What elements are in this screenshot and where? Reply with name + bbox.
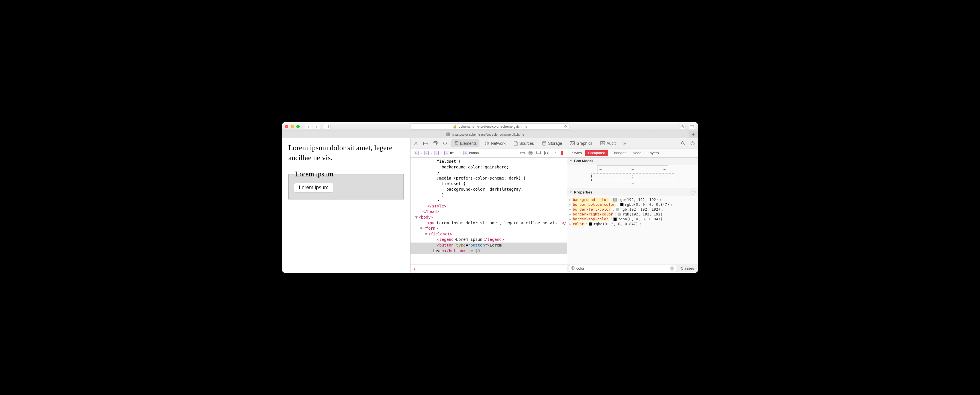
clear-filter-button[interactable]: ✕ [670,266,674,271]
element-badge-icon: E [434,151,439,155]
breadcrumb-item[interactable]: E [423,150,430,156]
sidebar-toggle-button[interactable] [323,124,331,129]
tab-storage[interactable]: Storage [539,139,565,147]
element-badge-icon: E [463,151,468,155]
page-form: Lorem ipsum Lorem ipsum [288,170,404,199]
tab-network[interactable]: Network [482,139,508,147]
chevron-right-icon: › [421,151,422,155]
close-window-button[interactable] [285,125,288,128]
tab-bar: C https://color-scheme-prefers-color-sch… [282,131,698,138]
devtools-panel: Elements Network Sources Storage Graphic… [410,138,698,273]
titlebar: ‹ › 🔒 color-scheme-prefers-color-scheme.… [282,122,698,131]
property-row[interactable]: ▶border-left-color: rgb(192, 192, 192); [569,207,696,212]
dom-line[interactable]: @media (prefers-color-scheme: dark) { [410,175,567,181]
box-model-header[interactable]: ▼ Box Model [567,158,698,164]
filter-icon [571,266,574,271]
dom-line[interactable]: ▼<body> [410,215,567,220]
paint-button[interactable] [552,150,557,156]
dom-line[interactable]: background-color: gainsboro; [410,164,567,170]
breadcrumb-item-button[interactable]: Ebutton [462,150,480,156]
reload-button[interactable]: ⟳ [564,124,567,129]
dom-line-selected[interactable]: ipsum</button> = $0 [410,248,567,254]
devtools-settings-button[interactable] [689,140,696,147]
share-button[interactable] [679,124,686,129]
color-swatch-icon[interactable] [618,213,621,216]
dom-tree[interactable]: fieldset { background-color: gainsboro; … [410,158,567,264]
dom-line[interactable]: } [410,170,567,175]
properties-menu-button[interactable]: ≡ [690,190,696,195]
tab-styles[interactable]: Styles [569,150,585,156]
rulers-button[interactable] [520,150,525,156]
dom-line[interactable]: <legend>Lorem ipsum</legend> [410,237,567,242]
disclosure-triangle-icon: ▶ [570,213,571,216]
page-legend: Lorem ipsum [294,170,334,178]
dom-line[interactable]: } [410,193,567,198]
color-swatch-icon[interactable] [613,217,617,221]
grid-button[interactable] [544,150,549,156]
dom-line[interactable]: </head> [410,209,567,215]
new-tab-button[interactable]: + [689,131,698,138]
color-swatch-icon[interactable] [613,198,617,201]
close-devtools-button[interactable] [412,140,420,147]
console-prompt[interactable]: › [410,264,567,273]
devtools-toolbar: Elements Network Sources Storage Graphic… [410,138,698,148]
search-devtools-button[interactable] [679,140,687,147]
dom-line[interactable]: background-color: darkslategray; [410,187,567,193]
box-model-outer: 2 [592,174,674,181]
breadcrumb-item[interactable]: E [412,150,420,156]
dock-side-button[interactable] [422,140,429,147]
tab-changes[interactable]: Changes [609,150,629,156]
dom-line[interactable]: </style> [410,204,567,209]
minimize-window-button[interactable] [291,125,294,128]
dom-line[interactable]: ▼<fieldset> [410,231,567,237]
tab-graphics[interactable]: Graphics [567,139,595,147]
property-row[interactable]: ▶border-top-color: rgba(0, 0, 0, 0.847); [569,217,696,221]
svg-rect-30 [547,151,549,153]
property-row[interactable]: ▶border-right-color: rgb(192, 192, 192); [569,212,696,217]
device-button[interactable] [536,150,541,156]
dom-line[interactable]: fieldset { [410,181,567,187]
page-button[interactable]: Lorem ipsum [294,183,333,193]
tab-audit[interactable]: Audit [597,139,619,147]
property-row[interactable]: ▶border-bottom-color: rgba(0, 0, 0, 0.84… [569,202,696,207]
classes-button[interactable]: Classes [679,265,696,271]
svg-rect-0 [325,125,329,128]
property-row[interactable]: ▶background-color: rgb(192, 192, 192); [569,197,696,202]
styles-tabs: Styles Computed Changes Node Layers [567,148,698,158]
element-badge-icon: E [444,151,449,155]
back-button[interactable]: ‹ [305,124,312,129]
tabs-overview-button[interactable] [689,124,695,129]
dock-popout-button[interactable] [431,140,439,147]
dom-line[interactable]: <p> Lorem ipsum dolor sit amet, legere a… [410,220,567,226]
color-swatch-icon[interactable] [589,222,592,226]
breadcrumb-item-fieldset[interactable]: Efiel… [443,150,460,156]
traffic-lights [285,125,300,128]
forward-button[interactable]: › [313,124,320,129]
compositing-button[interactable] [560,150,565,156]
print-button[interactable] [528,150,533,156]
svg-point-22 [692,142,693,143]
more-tabs-button[interactable]: » [621,140,628,147]
dom-line[interactable]: } [410,198,567,204]
properties-header[interactable]: ▼ Properties ≡ [567,188,698,196]
filter-input[interactable]: color ✕ [569,265,676,272]
zoom-window-button[interactable] [296,125,300,128]
browser-tab[interactable]: C https://color-scheme-prefers-color-sch… [282,131,689,138]
color-swatch-icon[interactable] [616,208,619,211]
dom-line[interactable]: ▼<form> [410,226,567,231]
disclosure-triangle-icon: ▼ [570,159,572,162]
tab-computed[interactable]: Computed [585,150,608,156]
property-row[interactable]: ▶color: rgba(0, 0, 0, 0.847); [569,221,696,226]
tab-sources[interactable]: Sources [511,139,537,147]
page-paragraph: Lorem ipsum dolor sit amet, legere ancil… [288,143,404,163]
color-swatch-icon[interactable] [620,203,624,206]
address-bar[interactable]: 🔒 color-scheme-prefers-color-scheme.glit… [410,123,570,130]
tab-layers[interactable]: Layers [645,150,662,156]
dom-line-selected[interactable]: <button type="button">Lorem [410,242,567,248]
tab-node[interactable]: Node [630,150,644,156]
dom-line[interactable]: fieldset { [410,159,567,164]
inspect-element-button[interactable] [441,140,449,147]
breadcrumb-item[interactable]: E [433,150,441,156]
tab-elements[interactable]: Elements [451,139,479,147]
svg-rect-24 [529,151,532,153]
